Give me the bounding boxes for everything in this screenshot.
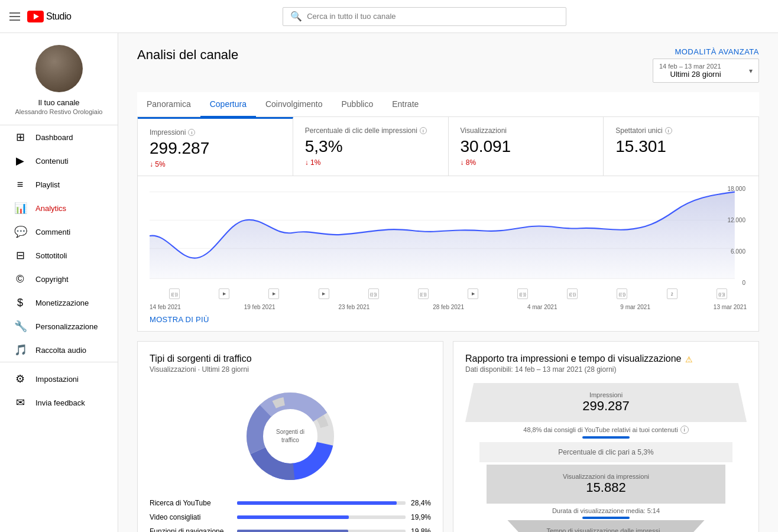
chart-event-5[interactable]: ((·)) <box>418 288 429 299</box>
warning-icon: ⚠ <box>685 355 693 364</box>
funnel-visual: Impressioni 299.287 48,8% dai consigli d… <box>465 383 747 532</box>
info-icon[interactable]: i <box>665 127 672 134</box>
dashboard-icon: ⊞ <box>14 131 26 144</box>
funnel-note-2: Durata di visualizzazione media: 5:14 <box>552 507 660 514</box>
topnav-left: Studio <box>9 11 71 22</box>
funnel-card: Rapporto tra impressioni e tempo di visu… <box>453 341 759 532</box>
traffic-label: Ricerca di YouTube <box>150 499 232 507</box>
feedback-icon: ✉ <box>14 396 26 409</box>
tab-coinvolgimento[interactable]: Coinvolgimento <box>256 92 332 117</box>
sidebar-item-playlist[interactable]: ≡Playlist <box>0 173 118 196</box>
sidebar-label-personalizzazione: Personalizzazione <box>35 322 98 331</box>
chart-event-10[interactable]: 2 <box>667 288 677 299</box>
metric-change-ctr: ↓ 1% <box>305 158 436 167</box>
metric-label-spettatori: Spettatori unici i <box>615 126 747 135</box>
tab-copertura[interactable]: Copertura <box>200 92 256 117</box>
tabs-row: PanoramicaCoperturaCoinvolgimentoPubblic… <box>137 92 759 117</box>
metric-value-ctr: 5,3% <box>305 137 436 156</box>
page-title: Analisi del canale <box>137 47 238 63</box>
sidebar-bottom: ⚙Impostazioni✉Invia feedback <box>0 362 118 527</box>
chart-event-9[interactable]: ((·)) <box>617 288 627 299</box>
chart-container: 18.000 12.000 6.000 0 <box>150 186 747 286</box>
metric-card-spettatori[interactable]: Spettatori unici i 15.301 <box>604 117 758 176</box>
chart-x-labels: 14 feb 2021 19 feb 2021 23 feb 2021 28 f… <box>150 301 747 310</box>
chart-event-2[interactable]: ▶ <box>268 288 279 299</box>
sidebar-label-sottotitoli: Sottotitoli <box>35 251 67 260</box>
chart-event-3[interactable]: ▶ <box>319 288 329 299</box>
chart-event-11[interactable]: ((·)) <box>717 288 727 299</box>
donut-chart: Sorgenti di traffico <box>237 383 343 489</box>
traffic-bar-wrap <box>237 515 406 519</box>
blue-bar-2 <box>582 517 630 519</box>
sidebar-item-impostazioni[interactable]: ⚙Impostazioni <box>0 367 118 391</box>
info-icon-1[interactable]: i <box>680 426 689 434</box>
y-label-4: 0 <box>727 280 745 286</box>
tab-panoramica[interactable]: Panoramica <box>137 92 200 117</box>
content-inner: Analisi del canale MODALITÀ AVANZATA 14 … <box>118 33 778 532</box>
y-label-1: 18.000 <box>727 186 745 192</box>
sidebar-item-sottotitoli[interactable]: ⊟Sottotitoli <box>0 244 118 267</box>
svg-text:Sorgenti di: Sorgenti di <box>276 429 304 435</box>
sidebar-label-contenuti: Contenuti <box>35 157 69 166</box>
sidebar-item-analytics[interactable]: 📊Analytics <box>0 196 118 220</box>
line-chart <box>150 186 747 286</box>
search-wrap[interactable]: 🔍 <box>283 7 566 26</box>
header-right: MODALITÀ AVANZATA 14 feb – 13 mar 2021 U… <box>653 47 759 83</box>
sidebar-item-copyright[interactable]: ©Copyright <box>0 267 118 291</box>
traffic-pct: 19,9% <box>410 513 431 521</box>
sidebar-label-commenti: Commenti <box>35 228 70 236</box>
metric-label-visualizzazioni: Visualizzazioni <box>461 126 592 135</box>
chart-events-row: ((·))▶▶▶((·))((·))▶((·))((·))((·))2((·)) <box>150 286 747 301</box>
sidebar-item-feedback[interactable]: ✉Invia feedback <box>0 391 118 414</box>
sidebar-item-contenuti[interactable]: ▶Contenuti <box>0 149 118 173</box>
personalizzazione-icon: 🔧 <box>14 320 26 333</box>
commenti-icon: 💬 <box>14 225 26 238</box>
metric-label-ctr: Percentuale di clic delle impressioni i <box>305 126 436 135</box>
sidebar-item-commenti[interactable]: 💬Commenti <box>0 220 118 244</box>
metric-value-visualizzazioni: 30.091 <box>461 137 592 156</box>
main-content: Analisi del canale MODALITÀ AVANZATA 14 … <box>118 33 778 532</box>
sidebar-item-dashboard[interactable]: ⊞Dashboard <box>0 125 118 149</box>
funnel-value-2: 15.882 <box>487 480 726 495</box>
tab-pubblico[interactable]: Pubblico <box>332 92 382 117</box>
sidebar-item-raccolta_audio[interactable]: 🎵Raccolta audio <box>0 338 118 362</box>
traffic-label: Video consigliati <box>150 513 232 521</box>
funnel-tier-2: Visualizzazioni da impressioni 15.882 <box>487 465 726 504</box>
youtube-studio-logo: Studio <box>27 11 71 22</box>
traffic-item: Video consigliati 19,9% <box>150 513 431 521</box>
chart-event-6[interactable]: ▶ <box>468 288 478 299</box>
info-icon[interactable]: i <box>188 129 195 136</box>
avatar[interactable] <box>35 45 83 92</box>
metric-card-ctr[interactable]: Percentuale di clic delle impressioni i … <box>293 117 449 176</box>
chart-event-7[interactable]: ((·)) <box>517 288 528 299</box>
info-icon[interactable]: i <box>420 127 427 134</box>
studio-label: Studio <box>46 11 71 22</box>
date-range-selector[interactable]: 14 feb – 13 mar 2021 Ultimi 28 giorni ▾ <box>653 59 759 83</box>
traffic-bar <box>237 501 397 505</box>
tab-entrate[interactable]: Entrate <box>382 92 428 117</box>
search-bar: 🔍 <box>80 7 769 26</box>
chart-event-1[interactable]: ▶ <box>219 288 229 299</box>
traffic-pct: 19,8% <box>410 527 431 532</box>
metric-card-impressioni[interactable]: Impressioni i 299.287 ↓ 5% <box>138 117 293 176</box>
metric-value-impressioni: 299.287 <box>150 139 281 158</box>
youtube-icon <box>27 11 44 22</box>
sidebar-label-playlist: Playlist <box>35 180 60 189</box>
hamburger-menu[interactable] <box>9 12 20 21</box>
chart-event-0[interactable]: ((·)) <box>169 288 180 299</box>
chart-event-8[interactable]: ((·)) <box>567 288 578 299</box>
sidebar-item-monetizzazione[interactable]: $Monetizzazione <box>0 291 118 314</box>
chart-event-4[interactable]: ((·)) <box>368 288 379 299</box>
funnel-card-subtitle: Dati disponibili: 14 feb – 13 mar 2021 (… <box>465 365 747 374</box>
advanced-mode-link[interactable]: MODALITÀ AVANZATA <box>675 47 759 56</box>
metric-card-visualizzazioni[interactable]: Visualizzazioni 30.091 ↓ 8% <box>449 117 604 176</box>
page-header: Analisi del canale MODALITÀ AVANZATA 14 … <box>137 47 759 83</box>
sidebar-item-personalizzazione[interactable]: 🔧Personalizzazione <box>0 314 118 338</box>
funnel-label-3: Tempo di visualizzazione dalle impressi.… <box>507 527 704 532</box>
search-input[interactable] <box>307 12 559 21</box>
mostra-link[interactable]: MOSTRA DI PIÙ <box>150 315 209 324</box>
impostazioni-icon: ⚙ <box>14 372 26 385</box>
traffic-item: Ricerca di YouTube 28,4% <box>150 499 431 507</box>
svg-text:traffico: traffico <box>281 437 299 443</box>
topnav: Studio 🔍 <box>0 0 778 33</box>
